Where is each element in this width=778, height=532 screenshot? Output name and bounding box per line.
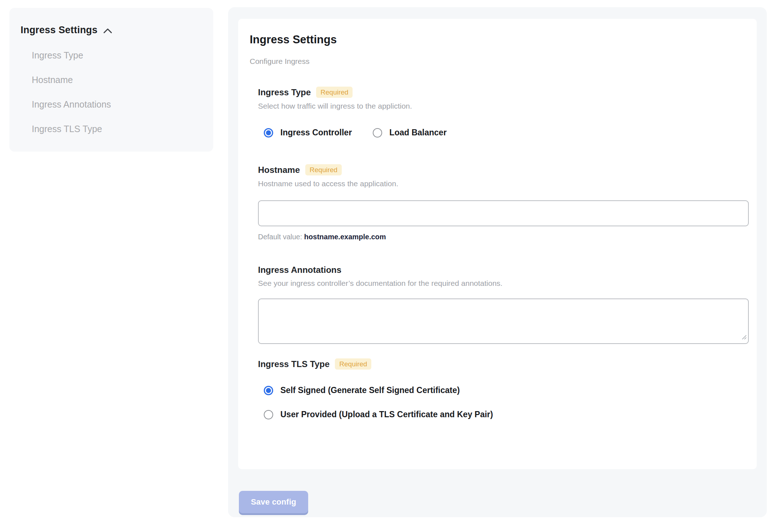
ingress-annotations-textarea[interactable] <box>258 298 749 344</box>
save-config-button[interactable]: Save config <box>239 491 308 513</box>
field-label-hostname: Hostname <box>258 165 300 175</box>
field-description-hostname: Hostname used to access the application. <box>258 179 749 188</box>
radio-icon[interactable] <box>264 386 273 395</box>
sidebar-item-ingress-annotations[interactable]: Ingress Annotations <box>32 100 202 109</box>
sidebar-item-ingress-type[interactable]: Ingress Type <box>32 51 202 60</box>
hostname-input[interactable] <box>258 200 749 226</box>
required-badge: Required <box>305 164 342 175</box>
field-description-ingress-type: Select how traffic will ingress to the a… <box>258 102 749 110</box>
field-hostname: Hostname Required Hostname used to acces… <box>258 164 749 241</box>
radio-option-user-provided[interactable]: User Provided (Upload a TLS Certificate … <box>264 410 749 419</box>
ingress-tls-radio-group: Self Signed (Generate Self Signed Certif… <box>258 385 749 419</box>
radio-label: Ingress Controller <box>280 128 352 138</box>
sidebar-item-ingress-tls-type[interactable]: Ingress TLS Type <box>32 125 202 134</box>
field-description-ingress-annotations: See your ingress controller’s documentat… <box>258 279 749 288</box>
required-badge: Required <box>335 358 371 370</box>
hostname-default-line: Default value: hostname.example.com <box>258 233 749 241</box>
form-fields: Ingress Type Required Select how traffic… <box>250 87 749 419</box>
field-ingress-tls-type: Ingress TLS Type Required Self Signed (G… <box>258 358 749 419</box>
sidebar-item-hostname[interactable]: Hostname <box>32 75 202 84</box>
ingress-type-radio-group: Ingress Controller Load Balancer <box>258 128 749 138</box>
settings-panel: Ingress Settings Configure Ingress Ingre… <box>228 7 767 517</box>
sidebar-section-title: Ingress Settings <box>21 25 97 36</box>
chevron-up-icon[interactable] <box>103 28 112 34</box>
radio-label: Load Balancer <box>389 128 447 138</box>
field-label-ingress-type: Ingress Type <box>258 87 311 97</box>
field-label-ingress-tls-type: Ingress TLS Type <box>258 359 329 369</box>
field-label-ingress-annotations: Ingress Annotations <box>258 265 341 275</box>
field-ingress-type: Ingress Type Required Select how traffic… <box>258 87 749 138</box>
page-title: Ingress Settings <box>250 33 749 46</box>
radio-icon[interactable] <box>264 128 273 138</box>
sidebar-item-list: Ingress Type Hostname Ingress Annotation… <box>21 51 202 134</box>
radio-option-self-signed[interactable]: Self Signed (Generate Self Signed Certif… <box>264 385 749 395</box>
page-subtitle: Configure Ingress <box>250 57 749 66</box>
ingress-settings-card: Ingress Settings Configure Ingress Ingre… <box>238 19 757 469</box>
radio-option-load-balancer[interactable]: Load Balancer <box>373 128 447 138</box>
radio-label: User Provided (Upload a TLS Certificate … <box>280 410 493 419</box>
radio-icon[interactable] <box>373 128 382 138</box>
radio-icon[interactable] <box>264 410 273 419</box>
default-value-text: hostname.example.com <box>304 233 386 241</box>
required-badge: Required <box>316 87 353 98</box>
settings-sidebar: Ingress Settings Ingress Type Hostname I… <box>9 8 213 152</box>
default-value-prefix: Default value: <box>258 233 304 241</box>
radio-option-ingress-controller[interactable]: Ingress Controller <box>264 128 352 138</box>
radio-label: Self Signed (Generate Self Signed Certif… <box>280 385 460 395</box>
resize-handle-icon[interactable] <box>741 334 747 341</box>
sidebar-section-ingress-settings[interactable]: Ingress Settings <box>21 25 202 36</box>
field-ingress-annotations: Ingress Annotations See your ingress con… <box>258 265 749 344</box>
